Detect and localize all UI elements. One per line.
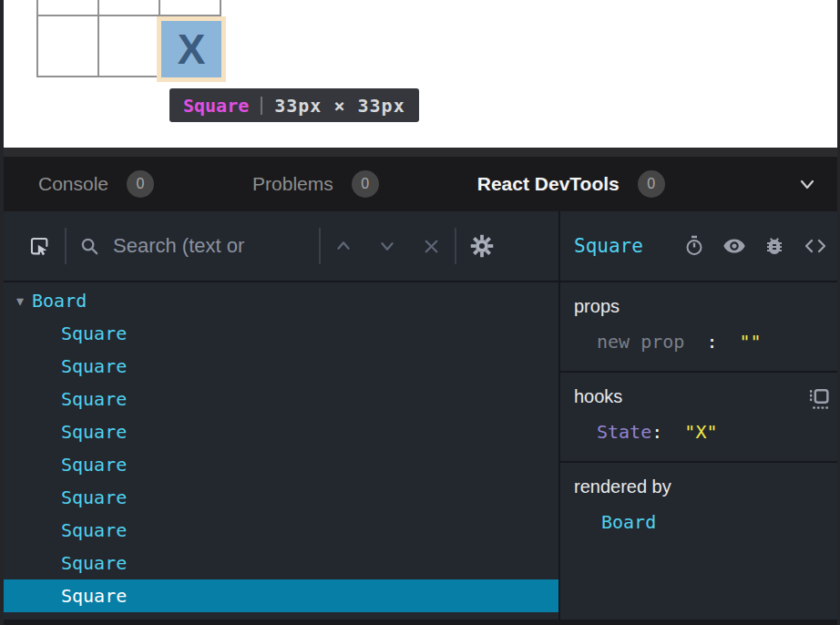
tree-toolbar: [0, 211, 558, 282]
tooltip-divider: [261, 97, 262, 115]
board-square[interactable]: [38, 16, 97, 76]
tree-row-square[interactable]: Square: [0, 350, 558, 383]
code-icon[interactable]: [803, 235, 828, 257]
component-tree: ▾ Board Square Square Square Square Squa…: [0, 282, 558, 620]
tree-row-square[interactable]: Square: [0, 481, 558, 514]
tree-row-square-selected[interactable]: Square: [0, 579, 558, 612]
browser-page: X Square 33px × 33px: [0, 0, 840, 148]
devtools-top-edge: [0, 148, 840, 157]
rendered-by-owner-link[interactable]: Board: [601, 511, 656, 533]
component-name: Square: [61, 454, 127, 476]
react-devtools-panel: ▾ Board Square Square Square Square Squa…: [0, 211, 840, 620]
window-bottom-edge: [0, 620, 840, 625]
rendered-by-row: Board: [574, 511, 829, 533]
component-name: Square: [61, 585, 127, 607]
board-square[interactable]: [38, 0, 97, 15]
component-name: Square: [61, 323, 127, 344]
timer-icon[interactable]: [683, 235, 705, 257]
prop-key-placeholder[interactable]: new prop: [597, 331, 684, 353]
tooltip-size: 33px × 33px: [274, 95, 405, 117]
toolbar-divider: [455, 228, 456, 264]
tooltip-component-name: Square: [183, 95, 249, 117]
tree-row-square[interactable]: Square: [0, 317, 558, 350]
expander-icon[interactable]: ▾: [16, 292, 24, 310]
selected-component-title: Square: [574, 235, 643, 257]
component-name: Square: [61, 388, 127, 410]
close-icon[interactable]: [421, 236, 442, 257]
tab-react-devtools[interactable]: React DevTools 0: [477, 170, 665, 198]
tree-row-square[interactable]: Square: [0, 547, 558, 579]
component-name: Square: [61, 421, 127, 443]
tab-badge: 0: [352, 170, 379, 198]
window-left-edge: [0, 0, 4, 625]
hook-value[interactable]: "X": [684, 421, 717, 443]
component-inspector-panel: Square: [558, 211, 840, 620]
props-new-prop-row: new prop : "": [574, 331, 829, 353]
tab-badge: 0: [127, 170, 154, 198]
toolbar-divider: [319, 228, 321, 264]
hooks-title: hooks: [574, 386, 829, 407]
chevron-down-icon[interactable]: [377, 236, 397, 256]
tab-label: React DevTools: [477, 173, 620, 195]
hook-separator: :: [651, 421, 662, 443]
rendered-by-title: rendered by: [574, 476, 829, 497]
gear-icon[interactable]: [469, 233, 495, 259]
component-name: Square: [61, 519, 127, 541]
tree-row-square[interactable]: Square: [0, 514, 558, 547]
eye-icon[interactable]: [722, 234, 746, 258]
props-section: props new prop : "": [560, 282, 840, 373]
parse-hooks-icon[interactable]: [808, 387, 831, 410]
component-name: Square: [61, 487, 127, 508]
tree-row-board[interactable]: ▾ Board: [0, 284, 558, 317]
tab-label: Console: [38, 173, 108, 195]
inspect-tooltip: Square 33px × 33px: [169, 88, 419, 122]
board-square[interactable]: [99, 16, 159, 76]
tree-row-square[interactable]: Square: [0, 448, 558, 481]
search-icon: [79, 236, 100, 257]
component-name: Square: [61, 355, 127, 377]
inspect-element-icon[interactable]: [27, 234, 52, 259]
inspector-header-icons: [683, 234, 828, 258]
board-square[interactable]: [160, 0, 220, 15]
search-input[interactable]: [113, 234, 306, 258]
rendered-by-section: rendered by Board: [560, 463, 840, 620]
search-nav-group: [333, 236, 442, 257]
inspect-highlight-overlay: X: [157, 16, 226, 82]
tab-problems[interactable]: Problems 0: [252, 170, 379, 198]
tab-console[interactable]: Console 0: [38, 170, 154, 198]
inspector-header: Square: [560, 211, 840, 282]
toolbar-divider: [65, 228, 67, 264]
component-name: Board: [32, 290, 87, 312]
hooks-state-row: State: "X": [574, 421, 829, 443]
hook-name: State: [597, 421, 651, 443]
props-title: props: [574, 296, 829, 317]
tree-row-square[interactable]: Square: [0, 383, 558, 415]
highlighted-square[interactable]: X: [161, 21, 221, 77]
devtools-tab-bar: Console 0 Problems 0 React DevTools 0: [0, 157, 840, 211]
component-name: Square: [61, 552, 127, 574]
bug-icon[interactable]: [763, 235, 785, 257]
tab-label: Problems: [252, 173, 333, 195]
hooks-section: hooks State: "X": [560, 373, 840, 463]
components-tree-panel: ▾ Board Square Square Square Square Squa…: [0, 211, 558, 620]
tab-badge: 0: [638, 170, 665, 198]
chevron-down-icon[interactable]: [796, 173, 818, 195]
prop-separator: :: [706, 331, 717, 353]
prop-value-placeholder[interactable]: "": [740, 331, 762, 353]
chevron-up-icon[interactable]: [333, 236, 353, 256]
board-square[interactable]: [99, 0, 159, 15]
tree-row-square[interactable]: Square: [0, 415, 558, 448]
